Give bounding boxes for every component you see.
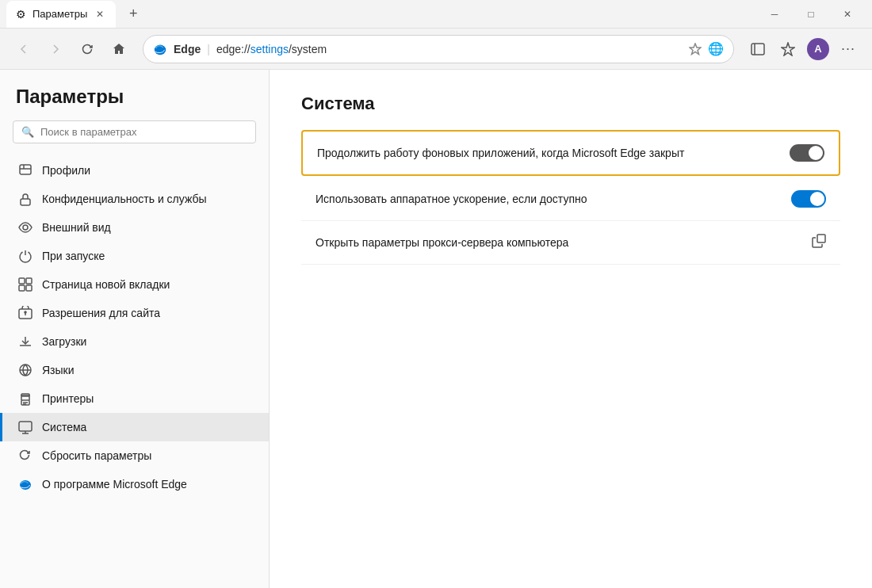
hardware-accel-text: Использовать аппаратное ускорение, если … bbox=[316, 193, 587, 205]
tab-title: Параметры bbox=[33, 8, 87, 20]
proxy-text: Открыть параметры прокси-сервера компьют… bbox=[316, 236, 568, 249]
home-button[interactable] bbox=[105, 35, 133, 63]
sidebar-item-printers[interactable]: Принтеры bbox=[0, 384, 269, 413]
svg-rect-27 bbox=[817, 235, 825, 242]
tab-close-button[interactable]: ✕ bbox=[94, 8, 106, 21]
sidebar-toggle-button[interactable] bbox=[744, 35, 772, 63]
sidebar-item-downloads[interactable]: Загрузки bbox=[0, 327, 269, 356]
forward-button[interactable] bbox=[41, 35, 70, 63]
reset-icon bbox=[18, 449, 33, 463]
search-input[interactable] bbox=[40, 126, 247, 138]
download-icon bbox=[18, 334, 33, 349]
back-icon bbox=[17, 43, 30, 55]
close-icon: ✕ bbox=[843, 9, 851, 20]
refresh-button[interactable] bbox=[73, 35, 101, 63]
about-label: О программе Microsoft Edge bbox=[42, 478, 187, 491]
svg-rect-13 bbox=[26, 285, 32, 291]
printers-label: Принтеры bbox=[42, 392, 94, 405]
toggle-slider-2 bbox=[791, 190, 826, 208]
minimize-button[interactable]: ─ bbox=[756, 0, 793, 29]
setting-proxy[interactable]: Открыть параметры прокси-сервера компьют… bbox=[301, 221, 840, 265]
svg-rect-5 bbox=[20, 165, 31, 174]
power-icon bbox=[18, 249, 33, 263]
background-apps-toggle[interactable] bbox=[790, 144, 824, 162]
sidebar-item-permissions[interactable]: Разрешения для сайта bbox=[0, 299, 269, 327]
edge-logo-icon bbox=[153, 42, 167, 56]
profile-globe-icon: 🌐 bbox=[708, 41, 724, 56]
external-link-icon bbox=[812, 234, 826, 251]
address-url: edge://settings/system bbox=[216, 43, 683, 55]
startup-label: При запуске bbox=[42, 250, 105, 262]
sidebar-item-privacy[interactable]: Конфиденциальность и службы bbox=[0, 185, 269, 213]
forward-icon bbox=[49, 43, 62, 55]
favorites-icon bbox=[781, 42, 795, 56]
downloads-label: Загрузки bbox=[42, 335, 86, 348]
new-tab-button[interactable]: + bbox=[122, 3, 144, 25]
new-tab-icon: + bbox=[129, 6, 138, 22]
system-label: Система bbox=[42, 421, 86, 433]
home-icon bbox=[113, 43, 125, 55]
main-panel: Система Продолжить работу фоновых прилож… bbox=[270, 70, 872, 588]
sidebar-item-appearance[interactable]: Внешний вид bbox=[0, 213, 269, 242]
toggle-slider bbox=[790, 144, 824, 162]
refresh-icon bbox=[81, 43, 94, 55]
svg-rect-11 bbox=[26, 278, 32, 284]
printer-icon bbox=[18, 391, 33, 406]
languages-label: Языки bbox=[42, 364, 75, 376]
svg-point-9 bbox=[23, 225, 28, 230]
more-button[interactable]: ··· bbox=[834, 35, 862, 63]
setting-background-apps: Продолжить работу фоновых приложений, ко… bbox=[301, 130, 840, 176]
window-controls: ─ □ ✕ bbox=[756, 0, 866, 29]
background-apps-text: Продолжить работу фоновых приложений, ко… bbox=[317, 147, 684, 159]
address-separator: | bbox=[207, 43, 210, 55]
svg-rect-8 bbox=[21, 199, 30, 205]
sidebar-item-system[interactable]: Система bbox=[0, 413, 269, 441]
browser-content: Параметры 🔍 Профили Конфиденциальность и… bbox=[0, 70, 872, 588]
sidebar-item-about[interactable]: О программе Microsoft Edge bbox=[0, 470, 269, 498]
grid-icon bbox=[18, 277, 33, 292]
edge-about-icon bbox=[18, 477, 33, 491]
favorites-button[interactable] bbox=[774, 35, 802, 63]
system-icon bbox=[18, 420, 33, 434]
tab-settings-icon: ⚙ bbox=[16, 8, 26, 21]
permissions-label: Разрешения для сайта bbox=[42, 307, 160, 319]
toolbar: Edge | edge://settings/system 🌐 А ··· bbox=[0, 29, 872, 70]
svg-rect-2 bbox=[752, 44, 764, 55]
sidebar-item-startup[interactable]: При запуске bbox=[0, 242, 269, 270]
svg-rect-10 bbox=[19, 278, 25, 284]
svg-rect-12 bbox=[19, 285, 25, 291]
profile-button[interactable]: А bbox=[804, 35, 832, 63]
svg-marker-1 bbox=[690, 44, 701, 55]
address-bar[interactable]: Edge | edge://settings/system 🌐 bbox=[143, 35, 734, 63]
profile-avatar: А bbox=[807, 38, 829, 60]
search-box[interactable]: 🔍 bbox=[13, 120, 256, 143]
permissions-icon bbox=[18, 306, 33, 320]
privacy-label: Конфиденциальность и службы bbox=[42, 193, 207, 205]
eye-icon bbox=[18, 220, 33, 235]
svg-point-16 bbox=[25, 311, 26, 313]
minimize-icon: ─ bbox=[771, 9, 778, 20]
person-icon bbox=[18, 163, 33, 178]
restore-icon: □ bbox=[808, 9, 813, 20]
favorites-star-icon[interactable] bbox=[689, 43, 702, 55]
hardware-accel-toggle[interactable] bbox=[791, 190, 826, 208]
settings-sidebar: Параметры 🔍 Профили Конфиденциальность и… bbox=[0, 70, 270, 588]
sidebar-item-profiles[interactable]: Профили bbox=[0, 156, 269, 185]
sidebar-item-languages[interactable]: Языки bbox=[0, 356, 269, 384]
sidebar-item-reset[interactable]: Сбросить параметры bbox=[0, 441, 269, 470]
back-button[interactable] bbox=[10, 35, 38, 63]
toolbar-actions: А ··· bbox=[744, 35, 862, 63]
profiles-label: Профили bbox=[42, 164, 90, 177]
setting-hardware-accel: Использовать аппаратное ускорение, если … bbox=[301, 178, 840, 221]
sidebar-item-newtab[interactable]: Страница новой вкладки bbox=[0, 270, 269, 299]
lock-icon bbox=[18, 192, 33, 206]
restore-button[interactable]: □ bbox=[793, 0, 829, 29]
sidebar-icon bbox=[751, 42, 765, 56]
close-button[interactable]: ✕ bbox=[829, 0, 866, 29]
active-tab[interactable]: ⚙ Параметры ✕ bbox=[6, 1, 116, 28]
svg-marker-4 bbox=[782, 43, 794, 55]
newtab-label: Страница новой вкладки bbox=[42, 278, 170, 291]
tab-strip: ⚙ Параметры ✕ + bbox=[6, 1, 144, 28]
more-icon: ··· bbox=[841, 40, 855, 57]
titlebar: ⚙ Параметры ✕ + ─ □ ✕ bbox=[0, 0, 872, 29]
